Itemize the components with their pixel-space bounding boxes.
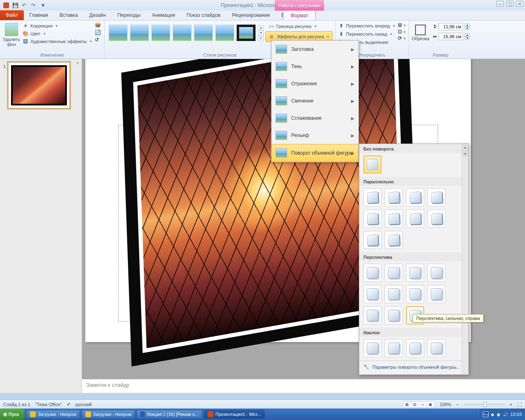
tray-icon[interactable]: ◆ bbox=[491, 412, 494, 417]
compress-pictures-icon[interactable]: 📦 bbox=[95, 22, 101, 28]
spellcheck-icon[interactable]: ✔ bbox=[67, 402, 71, 407]
tab-review[interactable]: Рецензирование bbox=[226, 10, 276, 20]
color-button[interactable]: 🎨Цвет▼ bbox=[22, 30, 92, 37]
style-preset[interactable] bbox=[109, 25, 128, 41]
zoom-out-button[interactable]: − bbox=[456, 402, 459, 407]
tab-slideshow[interactable]: Показ слайдов bbox=[181, 10, 226, 20]
restore-button[interactable]: ▢ bbox=[506, 1, 514, 7]
spin-down-icon[interactable]: ▼ bbox=[465, 27, 470, 30]
menu-shadow[interactable]: Тень▶ bbox=[272, 58, 358, 75]
spin-up-icon[interactable]: ▲ bbox=[465, 33, 470, 37]
zoom-slider[interactable] bbox=[464, 404, 505, 405]
rotation-preset[interactable] bbox=[427, 285, 445, 303]
scroll-down-icon[interactable]: ▼ bbox=[258, 30, 264, 36]
rotation-preset[interactable] bbox=[406, 264, 424, 282]
spin-down-icon[interactable]: ▼ bbox=[465, 37, 470, 40]
undo-icon[interactable]: ↶ bbox=[21, 2, 28, 9]
spin-up-icon[interactable]: ▲ bbox=[465, 23, 470, 27]
rotation-options-button[interactable]: 🔧 Параметры поворота объемной фигуры... bbox=[359, 361, 468, 373]
redo-icon[interactable]: ↷ bbox=[30, 2, 37, 9]
tab-design[interactable]: Дизайн bbox=[84, 10, 112, 20]
zoom-slider-thumb[interactable] bbox=[484, 402, 487, 407]
rotation-preset[interactable] bbox=[385, 285, 403, 303]
rotation-preset[interactable] bbox=[363, 231, 381, 249]
tab-format[interactable]: Формат bbox=[283, 10, 316, 20]
rotation-preset[interactable] bbox=[363, 210, 381, 228]
rotation-preset[interactable] bbox=[406, 188, 424, 206]
rotation-preset[interactable] bbox=[363, 306, 381, 324]
send-backward-button[interactable]: ⬇Переместить назад▼ bbox=[338, 30, 396, 38]
notes-pane[interactable]: Заметки к слайду bbox=[82, 379, 525, 393]
slideshow-view-button[interactable]: ▣ bbox=[427, 401, 435, 408]
rotation-preset[interactable] bbox=[427, 188, 445, 206]
zoom-in-button[interactable]: + bbox=[510, 402, 512, 407]
shape-width-input[interactable]: ⇔ ▲▼ bbox=[433, 33, 470, 40]
artistic-effects-button[interactable]: 🖼Художественные эффекты▼ bbox=[22, 38, 92, 45]
rotation-preset[interactable] bbox=[406, 285, 424, 303]
taskbar-item-active[interactable]: Презентация1 - Micr... bbox=[204, 410, 265, 419]
menu-glow[interactable]: Свечение▶ bbox=[272, 92, 358, 110]
style-preset[interactable] bbox=[194, 25, 213, 41]
tray-icon[interactable]: ◉ bbox=[497, 412, 500, 417]
rotation-preset[interactable] bbox=[385, 188, 403, 206]
rotation-preset[interactable] bbox=[385, 210, 403, 228]
fit-to-window-button[interactable]: ⛶ bbox=[517, 402, 522, 407]
menu-reflection[interactable]: Отражение▶ bbox=[272, 75, 358, 92]
taskbar-item[interactable]: Загрузки - Нихром bbox=[26, 410, 80, 419]
language-indicator[interactable]: RU bbox=[483, 411, 488, 417]
qat-dropdown-icon[interactable]: ▼ bbox=[39, 2, 47, 9]
tab-animations[interactable]: Анимация bbox=[146, 10, 180, 20]
picture-styles-gallery[interactable]: ▲▼▾ bbox=[107, 21, 265, 42]
rotate-icon[interactable]: ⟳▼ bbox=[398, 35, 406, 41]
rotation-preset[interactable] bbox=[385, 339, 403, 357]
style-preset[interactable] bbox=[215, 25, 234, 41]
align-icon[interactable]: ⊞▼ bbox=[398, 22, 406, 28]
rotation-preset[interactable] bbox=[385, 306, 403, 324]
bring-forward-button[interactable]: ⬆Переместить вперед▼ bbox=[338, 22, 396, 30]
reading-view-button[interactable]: ▭ bbox=[419, 401, 427, 408]
tab-file[interactable]: Файл bbox=[0, 10, 24, 20]
rotation-panel-scrollbar[interactable]: ▲▼ bbox=[462, 144, 468, 374]
shape-height-input[interactable]: ⇕ ▲▼ bbox=[433, 23, 470, 30]
tray-icon[interactable]: 🔊 bbox=[503, 412, 508, 417]
remove-background-button[interactable]: Удалить фон bbox=[2, 21, 21, 47]
style-preset[interactable] bbox=[151, 25, 170, 41]
rotation-preset[interactable] bbox=[363, 188, 381, 206]
scroll-up-icon[interactable]: ▲ bbox=[258, 25, 264, 30]
normal-view-button[interactable]: ▦ bbox=[403, 401, 411, 408]
picture-border-button[interactable]: ▭Граница рисунка▼ bbox=[265, 21, 332, 31]
tab-transitions[interactable]: Переходы bbox=[112, 10, 146, 20]
rotation-preset[interactable] bbox=[406, 339, 424, 357]
sorter-view-button[interactable]: ▤ bbox=[411, 401, 419, 408]
rotation-preset-none[interactable] bbox=[363, 155, 381, 173]
menu-soft-edges[interactable]: Сглаживание▶ bbox=[272, 110, 358, 127]
reset-picture-icon[interactable]: ↺ bbox=[95, 37, 101, 43]
minimize-button[interactable]: ― bbox=[496, 1, 504, 7]
style-preset-selected[interactable] bbox=[237, 25, 256, 41]
crop-button[interactable]: Обрезка bbox=[411, 23, 429, 41]
rotation-preset[interactable] bbox=[363, 285, 381, 303]
status-language[interactable]: русский bbox=[75, 402, 91, 407]
gallery-expand-icon[interactable]: ▾ bbox=[258, 36, 264, 41]
slide-thumbnail[interactable] bbox=[8, 62, 70, 108]
change-picture-icon[interactable]: 🔄 bbox=[95, 30, 101, 35]
tab-insert[interactable]: Вставка bbox=[54, 10, 84, 20]
taskbar-item[interactable]: Лекция 1 (16) [Режим о... bbox=[137, 410, 202, 419]
start-button[interactable]: ⊞Пуск bbox=[0, 409, 25, 420]
height-field[interactable] bbox=[438, 23, 463, 30]
rotation-preset[interactable] bbox=[385, 231, 403, 249]
menu-bevel[interactable]: Рельеф▶ bbox=[272, 127, 358, 144]
rotation-preset[interactable] bbox=[363, 339, 381, 357]
taskbar-item[interactable]: Загрузки - Нихром bbox=[82, 410, 135, 419]
scroll-down-icon[interactable]: ▼ bbox=[462, 151, 468, 157]
menu-preset[interactable]: Заготовка▶ bbox=[272, 41, 358, 58]
menu-3d-rotation[interactable]: Поворот объемной фигуры▶ bbox=[272, 144, 358, 162]
close-button[interactable]: ✕ bbox=[516, 1, 523, 7]
rotation-preset[interactable] bbox=[427, 210, 445, 228]
rotation-preset[interactable] bbox=[385, 264, 403, 282]
save-icon[interactable]: 💾 bbox=[11, 2, 19, 9]
style-preset[interactable] bbox=[173, 25, 192, 41]
rotation-preset[interactable] bbox=[406, 210, 424, 228]
rotation-preset[interactable] bbox=[427, 264, 445, 282]
style-preset[interactable] bbox=[130, 25, 149, 41]
